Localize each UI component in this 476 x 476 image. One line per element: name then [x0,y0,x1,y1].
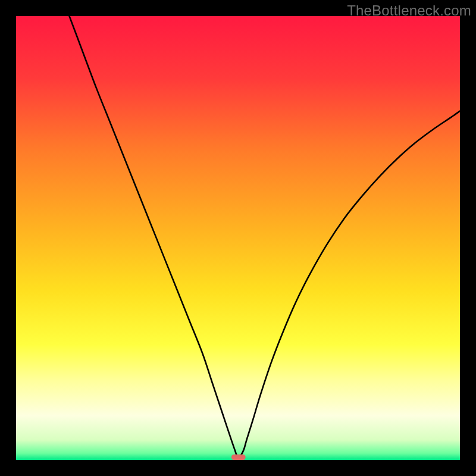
chart-frame [16,16,460,460]
optimal-marker [231,455,246,460]
gradient-background [16,16,460,460]
watermark-text: TheBottleneck.com [347,2,471,19]
bottleneck-chart [16,16,460,460]
